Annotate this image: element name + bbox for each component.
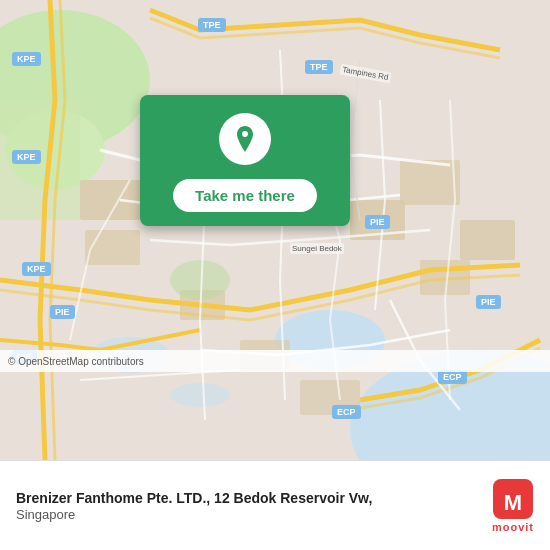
location-pin — [219, 113, 271, 165]
ecp-badge-2: ECP — [332, 405, 361, 419]
svg-text:M: M — [504, 489, 522, 514]
map-card: Take me there — [140, 95, 350, 226]
pie-badge-3: PIE — [50, 305, 75, 319]
attribution-bar: © OpenStreetMap contributors — [0, 350, 550, 372]
take-me-there-button[interactable]: Take me there — [173, 179, 317, 212]
moovit-icon: M — [493, 479, 533, 519]
map-container: KPE KPE KPE TPE TPE PIE PIE PIE PIE ECP … — [0, 0, 550, 460]
kpe-badge-3: KPE — [22, 262, 51, 276]
place-name: Brenizer Fanthome Pte. LTD., 12 Bedok Re… — [16, 489, 482, 507]
bottom-bar: Brenizer Fanthome Pte. LTD., 12 Bedok Re… — [0, 460, 550, 550]
place-sub: Singapore — [16, 507, 482, 522]
kpe-badge-1: KPE — [12, 52, 41, 66]
sungei-bedok-label: Sungei Bedok — [290, 243, 344, 254]
pie-badge-2: PIE — [476, 295, 501, 309]
svg-rect-10 — [85, 230, 140, 265]
ecp-badge-1: ECP — [438, 370, 467, 384]
moovit-logo: M moovit — [492, 479, 534, 533]
svg-point-18 — [170, 260, 230, 300]
map-svg — [0, 0, 550, 460]
moovit-label: moovit — [492, 521, 534, 533]
kpe-badge-2: KPE — [12, 150, 41, 164]
svg-rect-13 — [400, 160, 460, 205]
tpe-badge-1: TPE — [198, 18, 226, 32]
svg-point-8 — [170, 383, 230, 407]
bottom-bar-content: Brenizer Fanthome Pte. LTD., 12 Bedok Re… — [16, 489, 482, 522]
pie-badge-1: PIE — [365, 215, 390, 229]
pin-icon — [230, 124, 260, 154]
attribution-text: © OpenStreetMap contributors — [8, 356, 144, 367]
svg-rect-2 — [380, 400, 550, 460]
tpe-badge-2: TPE — [305, 60, 333, 74]
svg-rect-15 — [460, 220, 515, 260]
